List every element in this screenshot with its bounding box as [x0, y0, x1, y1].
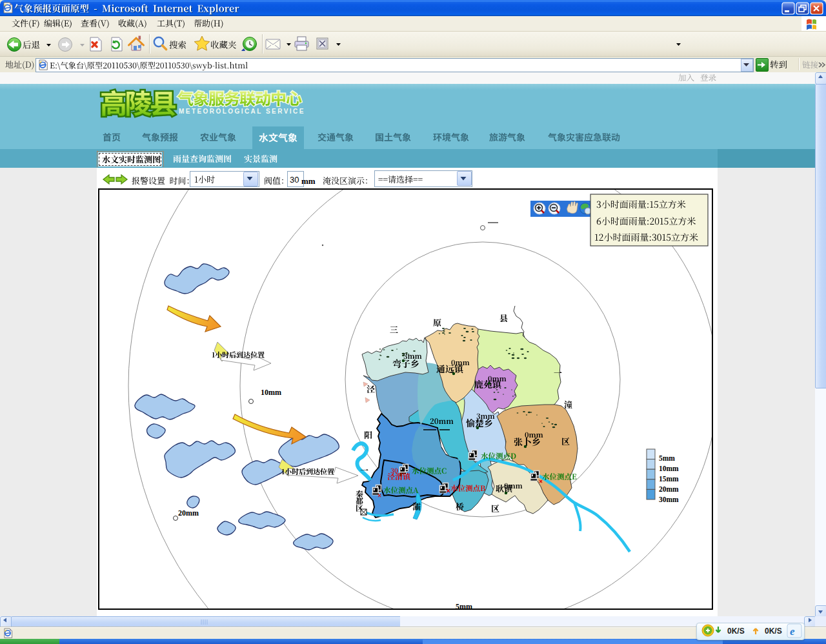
- svg-text:15mm: 15mm: [659, 475, 679, 483]
- svg-text:20mm: 20mm: [659, 485, 679, 493]
- svg-text:30mm: 30mm: [659, 496, 679, 503]
- svg-text:20mm: 20mm: [178, 508, 199, 518]
- svg-text:10mm: 10mm: [659, 465, 679, 472]
- svg-text:10mm: 10mm: [261, 388, 281, 397]
- svg-text:5mm: 5mm: [456, 602, 472, 611]
- svg-text:5mm: 5mm: [659, 454, 675, 462]
